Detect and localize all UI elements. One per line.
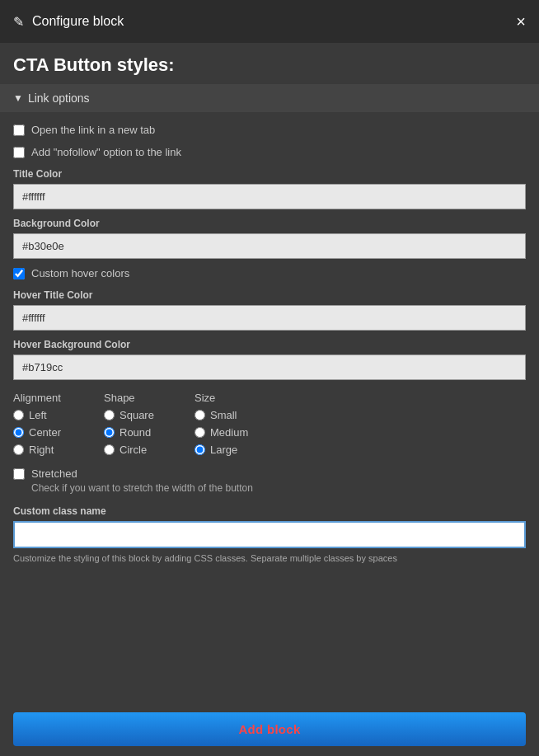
title-color-label: Title Color	[13, 168, 526, 180]
alignment-right-radio[interactable]	[13, 444, 24, 455]
pencil-icon: ✎	[13, 14, 24, 30]
section-label: Link options	[28, 92, 90, 105]
custom-hover-checkbox-row: Custom hover colors	[13, 267, 526, 279]
nofollow-label: Add "nofollow" option to the link	[31, 146, 181, 158]
shape-round-option: Round	[104, 426, 195, 439]
shape-square-radio[interactable]	[104, 410, 115, 420]
add-block-button[interactable]: Add block	[13, 712, 526, 746]
alignment-shape-size-section: Alignment Shape Size Left Square Small	[13, 392, 526, 456]
title-color-input[interactable]	[13, 184, 526, 209]
size-medium-option: Medium	[195, 426, 526, 439]
add-block-bar: Add block	[0, 702, 539, 756]
shape-circle-label: Circle	[120, 444, 147, 456]
custom-class-hint: Customize the styling of this block by a…	[13, 552, 526, 565]
hover-bg-color-field: Hover Background Color	[13, 339, 526, 380]
size-large-label: Large	[210, 444, 237, 456]
new-tab-checkbox-row: Open the link in a new tab	[13, 124, 526, 136]
page-title: CTA Button styles:	[13, 54, 175, 75]
size-small-label: Small	[210, 409, 237, 421]
alignment-left-radio[interactable]	[13, 410, 24, 420]
stretched-label: Stretched	[31, 467, 77, 480]
bg-color-input[interactable]	[13, 233, 526, 259]
page-title-bar: CTA Button styles:	[0, 43, 539, 84]
shape-header: Shape	[104, 392, 195, 404]
hover-title-label: Hover Title Color	[13, 289, 526, 301]
hover-title-color-field: Hover Title Color	[13, 289, 526, 331]
shape-round-radio[interactable]	[104, 427, 115, 438]
alignment-center-radio[interactable]	[13, 427, 24, 438]
section-header[interactable]: ▼ Link options	[0, 84, 539, 112]
size-small-radio[interactable]	[195, 410, 205, 420]
shape-circle-radio[interactable]	[104, 444, 115, 455]
section-content: Open the link in a new tab Add "nofollow…	[0, 112, 539, 576]
new-tab-label: Open the link in a new tab	[31, 124, 155, 136]
size-small-option: Small	[195, 409, 526, 421]
custom-hover-label: Custom hover colors	[31, 267, 129, 279]
custom-hover-checkbox[interactable]	[13, 268, 25, 279]
size-header: Size	[195, 392, 526, 404]
stretched-checkbox[interactable]	[13, 468, 25, 480]
nofollow-checkbox[interactable]	[13, 147, 25, 158]
stretched-section: Stretched Check if you want to stretch t…	[13, 467, 526, 494]
size-large-option: Large	[195, 444, 526, 456]
alignment-right-option: Right	[13, 444, 104, 456]
link-options-section: ▼ Link options Open the link in a new ta…	[0, 84, 539, 583]
header-title-group: ✎ Configure block	[13, 14, 124, 30]
custom-class-label: Custom class name	[13, 505, 526, 517]
custom-class-input[interactable]	[13, 521, 526, 548]
section-arrow: ▼	[13, 92, 23, 104]
header-title: Configure block	[32, 14, 124, 29]
bg-color-label: Background Color	[13, 218, 526, 229]
new-tab-checkbox[interactable]	[13, 124, 25, 136]
nofollow-checkbox-row: Add "nofollow" option to the link	[13, 146, 526, 158]
grid-headers: Alignment Shape Size	[13, 392, 526, 404]
hover-bg-input[interactable]	[13, 355, 526, 380]
radio-grid: Left Square Small Center Round	[13, 409, 526, 456]
size-large-radio[interactable]	[195, 444, 205, 455]
shape-square-label: Square	[120, 409, 154, 421]
alignment-left-option: Left	[13, 409, 104, 421]
alignment-left-label: Left	[29, 409, 47, 421]
size-medium-label: Medium	[210, 426, 248, 439]
hover-title-input[interactable]	[13, 305, 526, 331]
shape-square-option: Square	[104, 409, 195, 421]
close-button[interactable]: ×	[516, 13, 526, 30]
stretched-checkbox-row: Stretched	[13, 467, 526, 480]
shape-round-label: Round	[120, 426, 151, 439]
alignment-right-label: Right	[29, 444, 54, 456]
stretched-hint: Check if you want to stretch the width o…	[31, 482, 526, 494]
alignment-center-label: Center	[29, 426, 61, 439]
hover-bg-label: Hover Background Color	[13, 339, 526, 350]
custom-class-section: Custom class name Customize the styling …	[13, 505, 526, 565]
alignment-header: Alignment	[13, 392, 104, 404]
size-medium-radio[interactable]	[195, 427, 205, 438]
header-bar: ✎ Configure block ×	[0, 0, 539, 43]
bg-color-field: Background Color	[13, 218, 526, 259]
shape-circle-option: Circle	[104, 444, 195, 456]
alignment-center-option: Center	[13, 426, 104, 439]
title-color-field: Title Color	[13, 168, 526, 209]
